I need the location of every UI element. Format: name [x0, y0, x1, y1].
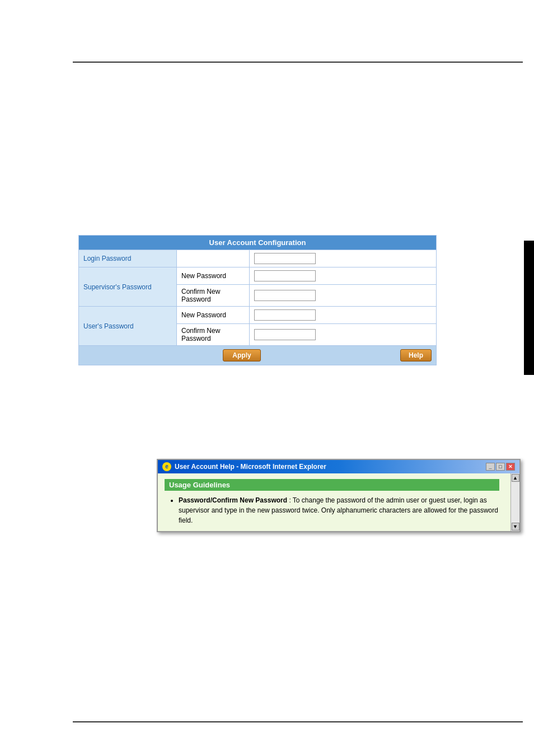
- config-table-title: User Account Configuration: [79, 236, 437, 250]
- supervisor-new-password-input[interactable]: [254, 270, 316, 281]
- supervisor-new-password-label: New Password: [177, 267, 250, 285]
- help-titlebar: e User Account Help - Microsoft Internet…: [158, 460, 519, 473]
- user-new-password-label: New Password: [177, 307, 250, 324]
- help-titlebar-left: e User Account Help - Microsoft Internet…: [162, 462, 326, 471]
- top-divider: [73, 62, 523, 63]
- bottom-divider: [73, 721, 523, 722]
- help-text-list: Password/Confirm New Password : To chang…: [165, 495, 499, 525]
- main-content: User Account Configuration Login Passwor…: [78, 67, 517, 365]
- supervisor-new-password-cell: [250, 267, 437, 285]
- supervisor-password-label: Supervisor's Password: [79, 267, 177, 307]
- help-body: Usage Guidelines Password/Confirm New Pa…: [158, 473, 510, 531]
- user-password-label: User's Password: [79, 307, 177, 346]
- apply-button[interactable]: Apply: [223, 349, 260, 361]
- help-window-title: User Account Help - Microsoft Internet E…: [175, 463, 326, 471]
- login-password-input-cell: [250, 250, 437, 267]
- user-confirm-password-label: Confirm New Password: [177, 324, 250, 346]
- scroll-up-arrow[interactable]: ▲: [512, 474, 519, 482]
- supervisor-confirm-password-cell: [250, 285, 437, 307]
- button-cell: Apply Help: [79, 346, 437, 365]
- config-section: User Account Configuration Login Passwor…: [78, 235, 517, 365]
- help-button[interactable]: Help: [400, 349, 432, 361]
- minimize-button[interactable]: _: [486, 463, 495, 471]
- login-password-input[interactable]: [254, 253, 316, 264]
- button-row-inner: Apply Help: [83, 349, 432, 361]
- close-button[interactable]: ✕: [506, 463, 515, 471]
- login-password-label: Login Password: [79, 250, 177, 267]
- usage-guidelines-header: Usage Guidelines: [165, 479, 499, 491]
- user-confirm-password-input[interactable]: [254, 329, 316, 340]
- apply-btn-container: Apply: [83, 349, 400, 361]
- scroll-down-arrow[interactable]: ▼: [512, 523, 519, 530]
- user-confirm-password-cell: [250, 324, 437, 346]
- chapter-tab: [524, 241, 534, 375]
- user-new-password-cell: [250, 307, 437, 324]
- table-row: Supervisor's Password New Password: [79, 267, 437, 285]
- maximize-button[interactable]: □: [496, 463, 505, 471]
- login-password-field-label: [177, 250, 250, 267]
- list-item: Password/Confirm New Password : To chang…: [179, 495, 499, 525]
- supervisor-confirm-password-input[interactable]: [254, 290, 316, 301]
- table-row: Login Password: [79, 250, 437, 267]
- supervisor-confirm-password-label: Confirm New Password: [177, 285, 250, 307]
- help-window: e User Account Help - Microsoft Internet…: [157, 459, 521, 532]
- ie-icon: e: [162, 462, 171, 471]
- button-row: Apply Help: [79, 346, 437, 365]
- config-table: User Account Configuration Login Passwor…: [78, 235, 437, 365]
- window-controls: _ □ ✕: [486, 463, 515, 471]
- user-new-password-input[interactable]: [254, 309, 316, 321]
- table-row: User's Password New Password: [79, 307, 437, 324]
- scrollbar: ▲ ▼: [510, 473, 519, 531]
- help-item-bold: Password/Confirm New Password: [179, 496, 287, 504]
